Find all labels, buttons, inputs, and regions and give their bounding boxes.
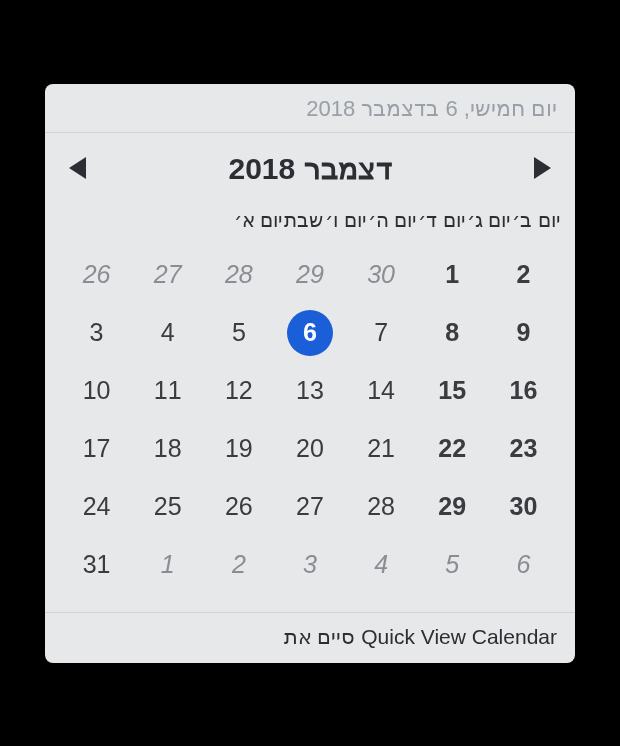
day-number: 18 [154, 434, 182, 463]
day-number: 25 [154, 492, 182, 521]
day-number: 6 [287, 310, 333, 356]
day-cell[interactable]: 19 [203, 420, 274, 478]
day-number: 9 [516, 318, 530, 347]
day-cell[interactable]: 7 [346, 304, 417, 362]
weekday-label: יום ה׳ [367, 208, 418, 232]
day-cell[interactable]: 6 [488, 536, 559, 594]
day-cell[interactable]: 21 [346, 420, 417, 478]
day-number: 21 [367, 434, 395, 463]
day-number: 19 [225, 434, 253, 463]
day-number: 8 [445, 318, 459, 347]
day-number: 20 [296, 434, 324, 463]
day-cell[interactable]: 15 [417, 362, 488, 420]
day-number: 13 [296, 376, 324, 405]
day-cell[interactable]: 27 [274, 478, 345, 536]
day-cell[interactable]: 3 [274, 536, 345, 594]
day-number: 4 [374, 550, 388, 579]
day-number: 30 [510, 492, 538, 521]
day-cell[interactable]: 16 [488, 362, 559, 420]
day-number: 28 [367, 492, 395, 521]
day-number: 30 [367, 260, 395, 289]
day-number: 24 [83, 492, 111, 521]
day-cell[interactable]: 28 [203, 246, 274, 304]
day-cell[interactable]: 9 [488, 304, 559, 362]
quit-label: סיים את Quick View Calendar [284, 625, 557, 649]
day-number: 5 [445, 550, 459, 579]
day-number: 15 [438, 376, 466, 405]
current-date-text: יום חמישי, 6 בדצמבר 2018 [306, 96, 557, 122]
day-cell[interactable]: 10 [61, 362, 132, 420]
day-cell[interactable]: 26 [203, 478, 274, 536]
weekday-label: יום ג׳ [466, 208, 512, 232]
quit-button[interactable]: סיים את Quick View Calendar [45, 612, 575, 663]
day-cell[interactable]: 2 [488, 246, 559, 304]
day-number: 12 [225, 376, 253, 405]
prev-month-icon[interactable] [69, 157, 86, 179]
day-number: 27 [296, 492, 324, 521]
day-cell[interactable]: 11 [132, 362, 203, 420]
day-cell[interactable]: 26 [61, 246, 132, 304]
day-number: 5 [232, 318, 246, 347]
day-cell[interactable]: 18 [132, 420, 203, 478]
day-cell[interactable]: 31 [61, 536, 132, 594]
day-cell[interactable]: 2 [203, 536, 274, 594]
day-cell[interactable]: 25 [132, 478, 203, 536]
day-number: 31 [83, 550, 111, 579]
month-title: דצמבר 2018 [228, 151, 391, 186]
day-number: 26 [225, 492, 253, 521]
day-cell[interactable]: 14 [346, 362, 417, 420]
current-date-header: יום חמישי, 6 בדצמבר 2018 [45, 84, 575, 133]
day-cell[interactable]: 4 [346, 536, 417, 594]
day-number: 22 [438, 434, 466, 463]
day-cell[interactable]: 27 [132, 246, 203, 304]
day-cell[interactable]: 8 [417, 304, 488, 362]
day-cell[interactable]: 6 [274, 304, 345, 362]
weekday-label: יום ו׳ [324, 208, 367, 232]
day-number: 1 [445, 260, 459, 289]
day-number: 3 [303, 550, 317, 579]
day-cell[interactable]: 1 [417, 246, 488, 304]
day-cell[interactable]: 22 [417, 420, 488, 478]
day-number: 7 [374, 318, 388, 347]
day-cell[interactable]: 23 [488, 420, 559, 478]
day-number: 27 [154, 260, 182, 289]
day-cell[interactable]: 20 [274, 420, 345, 478]
weekday-label: יום ב׳ [511, 208, 561, 232]
weekday-header: יום א׳ שבת יום ו׳ יום ה׳ יום ד׳ יום ג׳ י… [45, 194, 575, 240]
days-grid: 2627282930123456789101112131415161718192… [45, 240, 575, 612]
day-cell[interactable]: 4 [132, 304, 203, 362]
day-number: 14 [367, 376, 395, 405]
day-number: 10 [83, 376, 111, 405]
day-number: 23 [510, 434, 538, 463]
day-cell[interactable]: 29 [417, 478, 488, 536]
day-number: 2 [232, 550, 246, 579]
day-cell[interactable]: 29 [274, 246, 345, 304]
day-cell[interactable]: 1 [132, 536, 203, 594]
day-number: 2 [516, 260, 530, 289]
day-cell[interactable]: 17 [61, 420, 132, 478]
day-cell[interactable]: 3 [61, 304, 132, 362]
day-number: 16 [510, 376, 538, 405]
day-cell[interactable]: 13 [274, 362, 345, 420]
weekday-label: יום ד׳ [417, 208, 466, 232]
day-cell[interactable]: 5 [417, 536, 488, 594]
day-cell[interactable]: 12 [203, 362, 274, 420]
day-number: 26 [83, 260, 111, 289]
day-cell[interactable]: 24 [61, 478, 132, 536]
next-month-icon[interactable] [534, 157, 551, 179]
day-number: 11 [154, 376, 182, 405]
day-number: 4 [161, 318, 175, 347]
day-number: 29 [296, 260, 324, 289]
day-cell[interactable]: 30 [488, 478, 559, 536]
day-cell[interactable]: 5 [203, 304, 274, 362]
day-cell[interactable]: 30 [346, 246, 417, 304]
day-cell[interactable]: 28 [346, 478, 417, 536]
calendar-panel: יום חמישי, 6 בדצמבר 2018 דצמבר 2018 יום … [45, 84, 575, 663]
day-number: 28 [225, 260, 253, 289]
day-number: 29 [438, 492, 466, 521]
day-number: 3 [90, 318, 104, 347]
day-number: 6 [516, 550, 530, 579]
weekday-label: שבת [283, 208, 324, 232]
weekday-label: יום א׳ [233, 208, 284, 232]
month-nav: דצמבר 2018 [45, 133, 575, 194]
